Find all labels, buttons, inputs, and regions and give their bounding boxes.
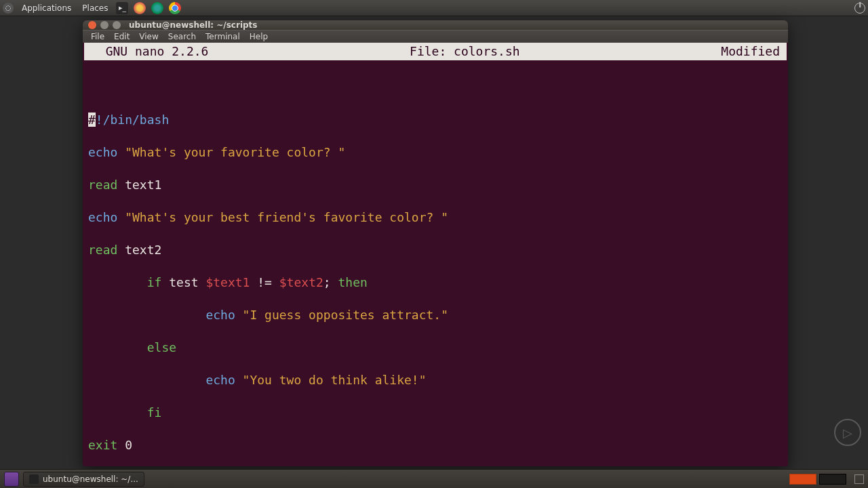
menu-help[interactable]: Help <box>245 30 272 43</box>
code-arg: text2 <box>117 243 161 257</box>
gnome-top-bar: ◌ Applications Places ▸_ <box>0 0 868 16</box>
terminal-window: ubuntu@newshell: ~/scripts File Edit Vie… <box>83 20 788 466</box>
taskbar-item-label: ubuntu@newshell: ~/... <box>43 474 138 484</box>
code-cmd: read <box>88 178 117 192</box>
workspace-switcher[interactable] <box>789 474 846 485</box>
nano-status: Modified <box>721 43 780 60</box>
code-cmd: echo <box>88 210 117 224</box>
code-test: test <box>169 275 205 289</box>
menu-search[interactable]: Search <box>164 30 200 43</box>
code-cmd: exit <box>88 438 117 452</box>
close-icon[interactable] <box>88 21 96 29</box>
nano-file-label: File: colors.sh <box>208 43 721 60</box>
window-title: ubuntu@newshell: ~/scripts <box>129 20 258 30</box>
code-keyword-else: else <box>147 340 176 354</box>
maximize-icon[interactable] <box>113 21 121 29</box>
window-titlebar[interactable]: ubuntu@newshell: ~/scripts <box>83 20 788 30</box>
ubuntu-logo-icon[interactable]: ◌ <box>3 3 14 14</box>
terminal-launcher-icon[interactable]: ▸_ <box>116 2 128 14</box>
menu-terminal[interactable]: Terminal <box>201 30 244 43</box>
power-icon[interactable] <box>854 3 865 14</box>
taskbar-item-terminal[interactable]: ubuntu@newshell: ~/... <box>23 472 144 487</box>
menu-file[interactable]: File <box>87 30 108 43</box>
code-cmd: read <box>88 243 117 257</box>
desktop: ubuntu@newshell: ~/scripts File Edit Vie… <box>0 16 868 469</box>
app-launcher-icon-2[interactable] <box>151 2 163 14</box>
nano-header: GNU nano 2.2.6 File: colors.sh Modified <box>84 43 787 60</box>
code-op: != <box>250 275 279 289</box>
code-arg: text1 <box>117 178 161 192</box>
app-launcher-icon[interactable] <box>134 2 146 14</box>
terminal-icon <box>29 474 39 484</box>
code-string: "I guess opposites attract." <box>235 308 448 322</box>
gnome-bottom-bar: ubuntu@newshell: ~/... <box>0 469 868 488</box>
chrome-launcher-icon[interactable] <box>169 2 181 14</box>
code-arg: 0 <box>117 438 132 452</box>
menu-applications[interactable]: Applications <box>19 3 74 13</box>
code-shebang: !/bin/bash <box>96 113 169 127</box>
minimize-icon[interactable] <box>100 21 108 29</box>
code-string: "What's your best friend's favorite colo… <box>117 210 448 224</box>
menu-places[interactable]: Places <box>79 3 111 13</box>
show-desktop-button[interactable] <box>4 472 19 487</box>
code-cmd: echo <box>88 145 117 159</box>
code-keyword-then: then <box>338 275 368 289</box>
code-keyword-fi: fi <box>147 405 162 420</box>
nano-app-label: GNU nano 2.2.6 <box>91 43 208 60</box>
code-string: "What's your favorite color? " <box>117 145 345 159</box>
terminal-body[interactable]: GNU nano 2.2.6 File: colors.sh Modified … <box>83 43 788 466</box>
nano-editor[interactable]: #!/bin/bash echo "What's your favorite c… <box>84 63 787 466</box>
code-cmd: echo <box>205 308 235 322</box>
code-string: "You two do think alike!" <box>235 373 427 387</box>
workspace-2[interactable] <box>819 474 846 485</box>
code-var: $text1 <box>205 275 250 289</box>
workspace-1[interactable] <box>789 474 816 485</box>
code-cmd: echo <box>205 373 235 387</box>
menu-edit[interactable]: Edit <box>110 30 134 43</box>
terminal-menubar: File Edit View Search Terminal Help <box>83 30 788 43</box>
trash-icon[interactable] <box>854 474 864 484</box>
code-keyword-if: if <box>147 275 170 289</box>
watermark-icon: ▷ <box>834 419 861 446</box>
cursor: # <box>88 113 96 127</box>
code-var: $text2 <box>279 275 323 289</box>
menu-view[interactable]: View <box>135 30 162 43</box>
